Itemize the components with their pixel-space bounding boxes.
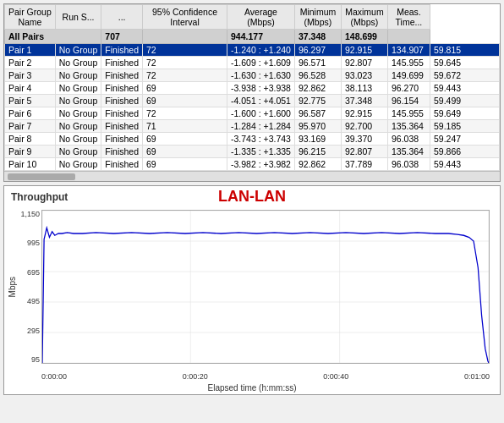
throughput-chart-section: Throughput LAN-LAN 1,150 995 695 495 295…: [3, 185, 501, 395]
header-maximum[interactable]: Maximum(Mbps): [341, 5, 387, 30]
cell-avg: 96.528: [294, 69, 341, 82]
cell-group: No Group: [55, 146, 101, 158]
cell-meas: 59.649: [430, 107, 499, 120]
header-dots[interactable]: ...: [101, 5, 143, 30]
table-row[interactable]: Pair 4 No Group Finished 69 -3.938 : +3.…: [5, 82, 500, 95]
cell-max: 145.955: [387, 107, 430, 120]
cell-status: Finished: [101, 120, 143, 133]
cell-min: 92.915: [341, 44, 387, 57]
cell-conf: -3.938 : +3.938: [227, 82, 295, 95]
cell-max: 96.038: [387, 133, 430, 146]
x-axis-labels: 0:00:00 0:00:20 0:00:40 0:01:00: [41, 372, 490, 381]
header-minimum[interactable]: Minimum(Mbps): [294, 5, 341, 30]
chart-title-lan-lan: LAN-LAN: [4, 188, 500, 206]
cell-pair: Pair 1: [5, 44, 56, 57]
cell-run: 69: [143, 95, 227, 107]
cell-avg: 92.775: [294, 95, 341, 107]
x-label-0: 0:00:00: [41, 372, 67, 381]
cell-group: No Group: [55, 44, 101, 57]
header-confidence[interactable]: 95% ConfidenceInterval: [143, 5, 227, 30]
table-row[interactable]: Pair 10 No Group Finished 69 -3.982 : +3…: [5, 158, 500, 171]
cell-conf: -1.335 : +1.335: [227, 146, 295, 158]
cell-status: Finished: [101, 95, 143, 107]
all-pairs-min: 37.348: [294, 30, 341, 44]
cell-status: Finished: [101, 44, 143, 57]
cell-status: Finished: [101, 146, 143, 158]
horizontal-scrollbar[interactable]: [4, 171, 500, 181]
cell-pair: Pair 10: [5, 158, 56, 171]
chart-plot-area: [41, 210, 490, 364]
table-row[interactable]: Pair 5 No Group Finished 69 -4.051 : +4.…: [5, 95, 500, 107]
cell-group: No Group: [55, 107, 101, 120]
all-pairs-max: 148.699: [341, 30, 387, 44]
cell-meas: 59.815: [430, 44, 499, 57]
cell-max: 96.038: [387, 158, 430, 171]
table-row[interactable]: Pair 8 No Group Finished 69 -3.743 : +3.…: [5, 133, 500, 146]
cell-run: 72: [143, 69, 227, 82]
table-row[interactable]: Pair 6 No Group Finished 72 -1.600 : +1.…: [5, 107, 500, 120]
header-pair-group[interactable]: Pair GroupName: [5, 5, 56, 30]
x-label-60: 0:01:00: [464, 372, 490, 381]
cell-status: Finished: [101, 158, 143, 171]
cell-group: No Group: [55, 57, 101, 69]
table-row[interactable]: Pair 2 No Group Finished 72 -1.609 : +1.…: [5, 57, 500, 69]
cell-run: 72: [143, 57, 227, 69]
cell-meas: 59.499: [430, 95, 499, 107]
grid-line-bottom: [42, 363, 489, 364]
table-row[interactable]: Pair 1 No Group Finished 72 -1.240 : +1.…: [5, 44, 500, 57]
cell-run: 69: [143, 82, 227, 95]
cell-min: 92.807: [341, 57, 387, 69]
cell-min: 38.113: [341, 82, 387, 95]
all-pairs-conf: [143, 30, 227, 44]
cell-max: 134.907: [387, 44, 430, 57]
all-pairs-row[interactable]: All Pairs 707 944.177 37.348 148.699: [5, 30, 500, 44]
x-axis-title: Elapsed time (h:mm:ss): [4, 383, 500, 393]
cell-group: No Group: [55, 95, 101, 107]
cell-max: 96.270: [387, 82, 430, 95]
table-row[interactable]: Pair 3 No Group Finished 72 -1.630 : +1.…: [5, 69, 500, 82]
results-table: Pair GroupName Run S... ... 95% Confiden…: [4, 4, 500, 171]
header-meas-time[interactable]: Meas.Time...: [387, 5, 430, 30]
cell-group: No Group: [55, 69, 101, 82]
cell-conf: -4.051 : +4.051: [227, 95, 295, 107]
cell-conf: -1.600 : +1.600: [227, 107, 295, 120]
cell-run: 69: [143, 146, 227, 158]
y-label-695: 695: [27, 268, 40, 277]
cell-pair: Pair 5: [5, 95, 56, 107]
cell-status: Finished: [101, 69, 143, 82]
cell-meas: 59.247: [430, 133, 499, 146]
scrollbar-thumb[interactable]: [8, 173, 75, 180]
cell-group: No Group: [55, 120, 101, 133]
cell-run: 69: [143, 158, 227, 171]
table-row[interactable]: Pair 9 No Group Finished 69 -1.335 : +1.…: [5, 146, 500, 158]
y-axis-title: Mbps: [8, 277, 17, 297]
header-run-s[interactable]: Run S...: [55, 5, 101, 30]
cell-meas: 59.866: [430, 146, 499, 158]
table-row[interactable]: Pair 7 No Group Finished 71 -1.284 : +1.…: [5, 120, 500, 133]
cell-max: 145.955: [387, 57, 430, 69]
cell-meas: 59.672: [430, 69, 499, 82]
cell-min: 37.348: [341, 95, 387, 107]
cell-avg: 95.970: [294, 120, 341, 133]
cell-avg: 96.215: [294, 146, 341, 158]
cell-meas: 59.443: [430, 158, 499, 171]
all-pairs-meas: [387, 30, 430, 44]
cell-conf: -1.609 : +1.609: [227, 57, 295, 69]
cell-pair: Pair 9: [5, 146, 56, 158]
cell-avg: 92.862: [294, 82, 341, 95]
cell-pair: Pair 6: [5, 107, 56, 120]
table-container[interactable]: Pair GroupName Run S... ... 95% Confiden…: [4, 4, 500, 171]
cell-avg: 96.587: [294, 107, 341, 120]
cell-status: Finished: [101, 133, 143, 146]
cell-min: 92.700: [341, 120, 387, 133]
cell-avg: 96.297: [294, 44, 341, 57]
header-average[interactable]: Average(Mbps): [227, 5, 295, 30]
cell-meas: 59.645: [430, 57, 499, 69]
cell-max: 96.154: [387, 95, 430, 107]
y-label-95: 95: [31, 355, 40, 364]
y-label-495: 495: [27, 297, 40, 305]
cell-conf: -1.630 : +1.630: [227, 69, 295, 82]
all-pairs-label: All Pairs: [5, 30, 101, 44]
cell-max: 135.364: [387, 146, 430, 158]
cell-min: 92.807: [341, 146, 387, 158]
